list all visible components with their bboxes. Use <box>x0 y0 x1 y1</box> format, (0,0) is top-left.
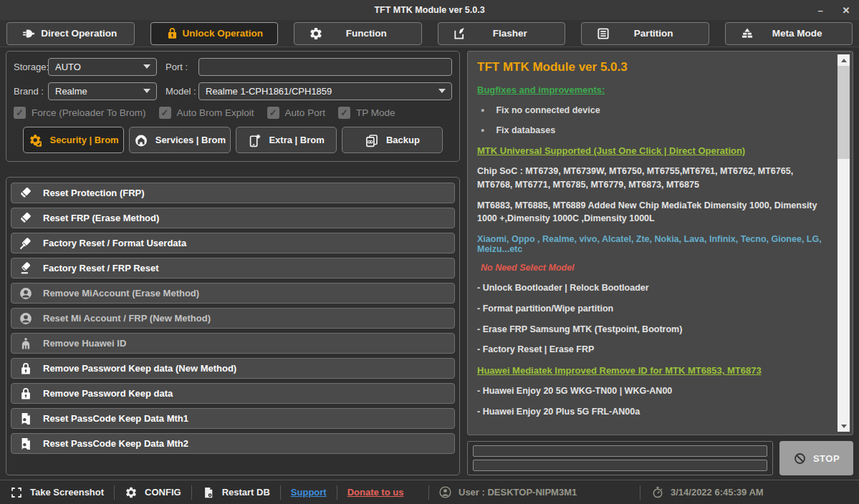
storage-select[interactable]: AUTO <box>48 58 157 76</box>
bugfix-item: Fix no connected device <box>481 105 830 115</box>
subtab-label: Backup <box>386 135 420 145</box>
checkbox-checked-icon <box>338 107 350 119</box>
take-screenshot-button[interactable]: Take Screenshot <box>0 485 115 500</box>
progress-bar-secondary <box>473 460 767 471</box>
checkbox-force-preloader[interactable]: Force (Preloader To Brom) <box>14 107 146 119</box>
info-scrollbar <box>838 54 850 432</box>
tab-direct-operation[interactable]: Direct Operation <box>6 22 135 45</box>
person-doc-icon <box>19 412 33 426</box>
progress-area: STOP <box>467 441 853 475</box>
tab-partition[interactable]: Partition <box>581 22 709 45</box>
config-button[interactable]: CONFIG <box>115 485 192 500</box>
operation-item[interactable]: Reset PassCode Keep Data Mth2 <box>11 433 455 454</box>
restart-db-button[interactable]: Restart DB <box>192 485 281 500</box>
scroll-down-arrow-icon[interactable] <box>838 420 850 432</box>
tab-unlock-operation[interactable]: Unlock Operation <box>150 22 279 45</box>
operations-list: Reset Protection (FRP) Reset FRP (Erase … <box>6 177 460 475</box>
tab-label: Function <box>323 28 421 39</box>
datetime-label: 3/14/2022 6:45:39 AM <box>671 487 764 498</box>
operation-label: Remove MiAccount (Erase Method) <box>43 288 199 299</box>
subtab-security-brom[interactable]: Security | Brom <box>23 127 124 153</box>
operation-item[interactable]: Remove Password Keep data <box>11 383 455 404</box>
tab-label: Flasher <box>467 28 565 39</box>
operation-item[interactable]: Remove Huawei ID <box>11 333 455 354</box>
model-value: Realme 1-CPH1861/CPH1859 <box>206 86 332 97</box>
operation-label: Reset PassCode Keep Data Mth1 <box>43 413 188 424</box>
bugfix-item: Fix databases <box>481 125 830 135</box>
tab-meta-mode[interactable]: Meta Mode <box>725 22 853 45</box>
person-doc-icon <box>19 437 33 451</box>
info-log-panel: TFT MTK Module ver 5.0.3 Bugfixes and im… <box>467 51 853 435</box>
stop-button[interactable]: STOP <box>779 441 853 475</box>
tab-label: Direct Operation <box>36 28 134 39</box>
huawei-id-icon <box>19 336 33 351</box>
bricks-icon <box>740 26 754 41</box>
window-controls: – ✕ <box>807 0 859 20</box>
checkbox-label: Auto Port <box>285 107 325 118</box>
no-model-note: No Need Select Model <box>481 263 830 273</box>
operation-item[interactable]: Reset FRP (Erase Method) <box>11 208 455 228</box>
user-icon <box>438 485 452 499</box>
window-title: TFT MTK Module ver 5.0.3 <box>0 5 859 15</box>
scroll-up-arrow-icon[interactable] <box>838 54 850 66</box>
operation-item[interactable]: Factory Reset / Format Userdata <box>11 233 455 253</box>
brand-value: Realme <box>55 86 87 97</box>
subtab-extra-brom[interactable]: Extra | Brom <box>236 127 337 153</box>
chevron-down-icon <box>438 89 446 93</box>
scrollbar-thumb[interactable] <box>838 66 850 159</box>
stopwatch-icon <box>651 486 664 499</box>
main-area: Storage: AUTO Port : Brand : Realme Mode… <box>0 47 859 480</box>
gear-icon <box>309 26 323 41</box>
chip-soc-line: Chip SoC : MT6739, MT6739W, MT6750, MT67… <box>477 165 830 192</box>
checkbox-label: Force (Preloader To Brom) <box>32 107 146 118</box>
person-circle-icon <box>19 311 33 326</box>
operation-item[interactable]: Remove Password Keep data (New Method) <box>11 358 455 379</box>
eraser-icon <box>19 211 33 226</box>
feature-line: - Unlock Bootloader | Relock Bootloader <box>477 281 830 295</box>
model-select[interactable]: Realme 1-CPH1861/CPH1859 <box>198 82 452 100</box>
brom-subtabs: Security | Brom Services | Brom Extra | … <box>14 127 452 153</box>
subtab-backup[interactable]: Backup <box>342 127 443 153</box>
mtk-heading: MTK Universal Supported (Just One Click … <box>477 145 830 156</box>
operation-item[interactable]: Factory Reset / FRP Reset <box>11 258 455 278</box>
tab-flasher[interactable]: Flasher <box>438 22 566 45</box>
support-link[interactable]: Support <box>281 485 337 500</box>
supported-brands-line: Xiaomi, Oppo , Realme, vivo, Alcatel, Zt… <box>477 234 830 254</box>
subtab-services-brom[interactable]: Services | Brom <box>129 127 230 153</box>
operation-label: Reset FRP (Erase Method) <box>43 213 159 223</box>
operation-item[interactable]: Reset Mi Account / FRP (New Method) <box>11 308 455 329</box>
tab-function[interactable]: Function <box>294 22 422 45</box>
home-circle-icon <box>134 133 148 147</box>
datetime-status: 3/14/2022 6:45:39 AM <box>640 485 859 500</box>
tab-label: Partition <box>610 28 709 39</box>
huawei-heading: Huawei Mediatek Improved Remove ID for M… <box>477 365 830 376</box>
checkbox-auto-port[interactable]: Auto Port <box>267 107 325 119</box>
storage-value: AUTO <box>55 62 81 72</box>
feature-line: - Erase FRP Samsung MTK (Testpoint, Boot… <box>477 323 830 336</box>
checkbox-tp-mode[interactable]: TP Mode <box>338 107 395 119</box>
huawei-model-line: - Huawei Enjoy 20 Plus 5G FRL-AN00a <box>477 405 830 419</box>
brand-select[interactable]: Realme <box>48 82 157 100</box>
donate-link[interactable]: Donate to us <box>337 485 414 500</box>
port-input[interactable] <box>198 58 452 76</box>
stop-label: STOP <box>813 453 840 464</box>
file-gear-icon <box>202 486 215 499</box>
minimize-button[interactable]: – <box>807 0 833 20</box>
flash-pen-icon <box>453 26 467 41</box>
close-button[interactable]: ✕ <box>833 0 859 20</box>
checkbox-auto-brom-exploit[interactable]: Auto Brom Exploit <box>159 107 254 119</box>
chevron-down-icon <box>143 64 150 69</box>
operation-item[interactable]: Reset Protection (FRP) <box>11 183 455 203</box>
operation-label: Remove Huawei ID <box>43 338 126 349</box>
huawei-model-line: - Huawei Enjoy 20 5G WKG-TN00 | WKG-AN00 <box>477 384 830 398</box>
user-status: User : DESKTOP-NIPM3M1 <box>428 485 640 500</box>
take-screenshot-label: Take Screenshot <box>30 487 104 498</box>
padlock-icon <box>165 26 180 41</box>
subtab-label: Security | Brom <box>50 135 119 145</box>
bugfix-heading: Bugfixes and improvements: <box>477 84 830 95</box>
info-title: TFT MTK Module ver 5.0.3 <box>477 60 830 74</box>
operation-item[interactable]: Reset PassCode Keep Data Mth1 <box>11 408 455 429</box>
subtab-label: Services | Brom <box>155 135 226 145</box>
operation-item[interactable]: Remove MiAccount (Erase Method) <box>11 283 455 304</box>
eraser-slash-icon <box>19 236 33 251</box>
